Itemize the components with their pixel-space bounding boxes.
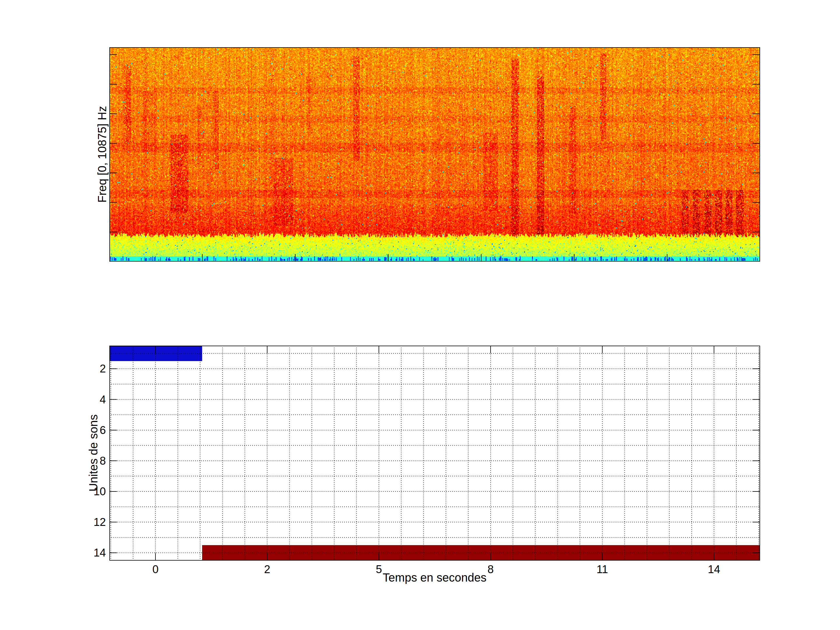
spectrogram-axes — [109, 47, 760, 262]
y-tick-label: 14 — [74, 546, 106, 559]
x-tick-label: 0 — [135, 563, 176, 576]
y-tick-label: 6 — [74, 423, 106, 437]
x-tick-label: 5 — [358, 563, 399, 576]
activity-grid — [109, 346, 760, 561]
spectrogram-ylabel: Freq [0, 10875] Hz — [96, 106, 109, 202]
spectrogram-image — [109, 47, 760, 262]
activity-axes — [109, 346, 760, 561]
y-tick-label: 10 — [74, 485, 106, 498]
x-tick-label: 8 — [470, 563, 511, 576]
y-tick-label: 4 — [74, 393, 106, 406]
x-tick-label: 14 — [693, 563, 734, 576]
y-tick-label: 8 — [74, 454, 106, 467]
y-tick-label: 2 — [74, 362, 106, 375]
x-tick-label: 11 — [582, 563, 623, 576]
matlab-figure: Freq [0, 10875] Hz Unites de sons Temps … — [0, 0, 840, 630]
y-tick-label: 12 — [74, 515, 106, 529]
x-tick-label: 2 — [247, 563, 287, 576]
